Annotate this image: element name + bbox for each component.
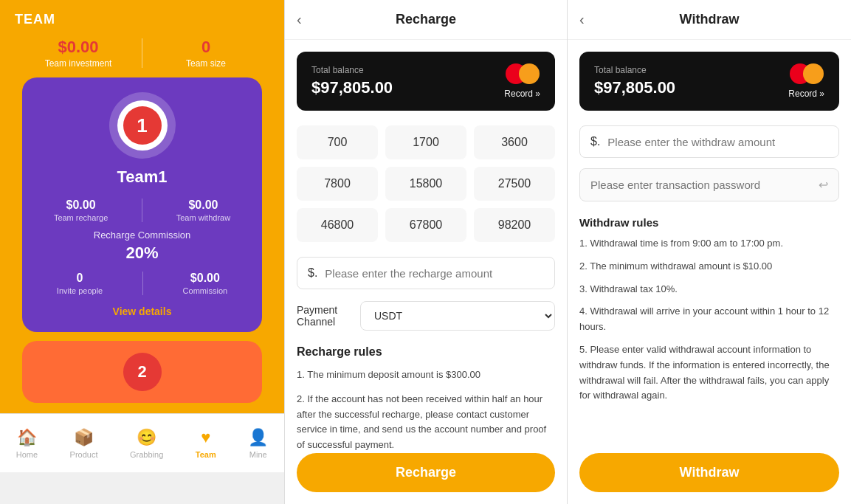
recharge-header: ‹ Recharge (285, 0, 567, 40)
eye-icon[interactable]: ↩ (819, 178, 828, 192)
mine-icon: 👤 (248, 428, 268, 447)
withdraw-currency-sign: $. (590, 135, 600, 148)
nav-grabbing[interactable]: 😊 Grabbing (121, 424, 172, 463)
team-investment-label: Team investment (15, 58, 142, 69)
team-info-grid: $0.00 Team recharge $0.00 Team withdraw (37, 199, 247, 222)
amount-btn-3600[interactable]: 3600 (474, 125, 555, 159)
team-stats-row: $0.00 Team investment 0 Team size (15, 38, 269, 69)
withdraw-btn[interactable]: Withdraw (579, 453, 839, 492)
withdraw-rules-section: Withdraw rules 1. Withdrawal time is fro… (579, 216, 839, 404)
team-recharge-value: $0.00 (54, 199, 108, 212)
team-title: TEAM (15, 12, 269, 27)
withdraw-rule-3: 3. Withdrawal tax 10%. (579, 282, 839, 297)
team-investment-stat: $0.00 Team investment (15, 38, 142, 69)
commission-label: Commission (183, 286, 228, 295)
recharge-back-btn[interactable]: ‹ (297, 11, 302, 28)
recharge-rules-title: Recharge rules (297, 345, 555, 359)
invite-value: 0 (57, 272, 103, 285)
team-card2-avatar: 2 (123, 353, 162, 391)
withdraw-content: Total balance $97,805.00 Record » $. ↩ W… (568, 40, 851, 453)
withdraw-mc-yellow (803, 63, 824, 84)
nav-product[interactable]: 📦 Product (61, 424, 107, 463)
withdraw-balance-right: Record » (788, 63, 824, 99)
amount-btn-46800[interactable]: 46800 (297, 208, 378, 242)
invite-label: Invite people (57, 286, 103, 295)
withdraw-rule-5: 5. Please enter valid withdrawal account… (579, 342, 839, 404)
withdraw-mastercard-icon (790, 63, 824, 84)
nav-product-label: Product (70, 450, 98, 459)
withdraw-rule-1: 1. Withdrawal time is from 9:00 am to 17… (579, 236, 839, 252)
invite-people-item: 0 Invite people (57, 272, 103, 295)
transaction-password-input[interactable] (590, 179, 819, 191)
nav-grabbing-label: Grabbing (130, 450, 163, 459)
nav-home[interactable]: 🏠 Home (7, 424, 46, 463)
team-withdraw-label: Team withdraw (176, 213, 230, 222)
team-icon: ♥ (201, 428, 210, 447)
amount-btn-1700[interactable]: 1700 (385, 125, 466, 159)
recharge-content: Total balance $97,805.00 Record » 700 17… (285, 40, 567, 453)
commission-value: $0.00 (183, 272, 228, 285)
withdraw-record-btn[interactable]: Record » (788, 89, 824, 99)
recharge-commission-pct: 20% (37, 244, 247, 263)
grabbing-icon: 😊 (137, 428, 156, 447)
amount-btn-98200[interactable]: 98200 (474, 208, 555, 242)
recharge-balance-card: Total balance $97,805.00 Record » (297, 52, 555, 111)
team-card-1: 1 Team1 $0.00 Team recharge $0.00 Team w… (22, 77, 262, 332)
team-size-stat: 0 Team size (142, 38, 269, 69)
recharge-balance-info: Total balance $97,805.00 (311, 65, 393, 97)
team-recharge-item: $0.00 Team recharge (54, 199, 108, 222)
recharge-amount-input[interactable] (325, 267, 544, 280)
nav-home-label: Home (16, 450, 38, 459)
withdraw-amount-input[interactable] (607, 136, 828, 148)
team-info-divider (142, 199, 142, 222)
payment-channel-label: PaymentChannel (297, 304, 348, 328)
nav-mine-label: Mine (249, 450, 267, 459)
home-icon: 🏠 (17, 428, 37, 447)
team-avatar-outer: 1 (109, 92, 176, 159)
recharge-balance-label: Total balance (311, 65, 393, 75)
recharge-rule-1: 1. The minimum deposit amount is $300.00 (297, 367, 555, 383)
view-details-link[interactable]: View details (37, 305, 247, 317)
withdraw-header: ‹ Withdraw (568, 0, 851, 40)
recharge-rule-2: 2. If the account has not been received … (297, 392, 555, 453)
invite-grid: 0 Invite people $0.00 Commission (37, 272, 247, 295)
team-card-2: 2 (22, 341, 262, 403)
nav-mine[interactable]: 👤 Mine (239, 424, 277, 463)
team-panel: TEAM $0.00 Team investment 0 Team size 1… (0, 0, 284, 504)
recharge-btn[interactable]: Recharge (297, 453, 555, 492)
amount-btn-7800[interactable]: 7800 (297, 167, 378, 201)
team-recharge-label: Team recharge (54, 213, 108, 222)
invite-divider (142, 272, 143, 295)
amount-btn-15800[interactable]: 15800 (385, 167, 466, 201)
recharge-currency-sign: $. (308, 266, 317, 280)
bottom-nav: 🏠 Home 📦 Product 😊 Grabbing ♥ Team 👤 Min… (0, 413, 284, 472)
team-size-label: Team size (142, 58, 269, 69)
payment-channel-row: PaymentChannel USDT (297, 301, 555, 331)
team-size-value: 0 (142, 38, 269, 57)
team-name: Team1 (37, 168, 247, 187)
amount-btn-67800[interactable]: 67800 (385, 208, 466, 242)
payment-channel-select[interactable]: USDT (360, 301, 555, 331)
withdraw-rule-2: 2. The minimum withdrawal amount is $10.… (579, 259, 839, 275)
recharge-commission-label: Recharge Commission (37, 229, 247, 241)
nav-team-label: Team (196, 450, 216, 459)
withdraw-amount-input-row: $. (579, 125, 839, 158)
amount-btn-700[interactable]: 700 (297, 125, 378, 159)
mc-yellow-circle (519, 63, 540, 84)
product-icon: 📦 (74, 428, 94, 447)
recharge-amount-grid: 700 1700 3600 7800 15800 27500 46800 678… (297, 125, 555, 242)
nav-team[interactable]: ♥ Team (187, 424, 225, 463)
withdraw-back-btn[interactable]: ‹ (579, 11, 585, 28)
withdraw-balance-info: Total balance $97,805.00 (594, 65, 675, 97)
withdraw-balance-label: Total balance (594, 65, 675, 75)
withdraw-balance-card: Total balance $97,805.00 Record » (579, 52, 839, 111)
transaction-password-row: ↩ (579, 168, 839, 201)
recharge-record-btn[interactable]: Record » (504, 89, 540, 99)
recharge-balance-right: Record » (504, 63, 540, 99)
team-investment-value: $0.00 (15, 38, 142, 57)
amount-btn-27500[interactable]: 27500 (474, 167, 555, 201)
withdraw-rule-4: 4. Withdrawal will arrive in your accoun… (579, 304, 839, 335)
team-withdraw-value: $0.00 (176, 199, 230, 212)
commission-item: $0.00 Commission (183, 272, 228, 295)
mastercard-icon (506, 63, 540, 84)
